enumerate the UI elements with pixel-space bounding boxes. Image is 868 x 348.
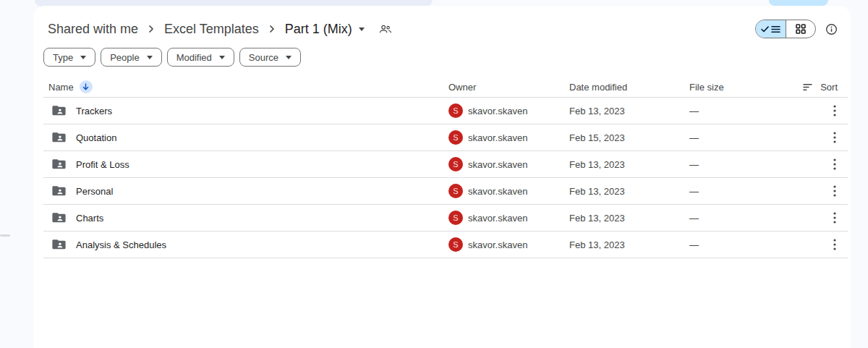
list-view-button[interactable] xyxy=(756,20,786,38)
dropdown-caret-icon xyxy=(80,56,86,59)
date-modified: Feb 13, 2023 xyxy=(569,159,689,170)
owner-name: skavor.skaven xyxy=(468,239,527,250)
file-name: Charts xyxy=(76,213,103,224)
owner-name: skavor.skaven xyxy=(468,186,527,197)
filter-modified-label: Modified xyxy=(176,52,212,63)
dropdown-caret-icon xyxy=(147,56,153,59)
table-row[interactable]: Personal S skavor.skaven Feb 13, 2023 — xyxy=(43,178,848,205)
arrow-down-icon xyxy=(82,83,90,91)
filter-people-label: People xyxy=(110,52,139,63)
more-actions-button[interactable] xyxy=(824,207,846,229)
file-name: Personal xyxy=(76,186,113,197)
filter-people[interactable]: People xyxy=(101,48,161,67)
filter-type-label: Type xyxy=(53,52,73,63)
dropdown-caret-icon xyxy=(219,56,225,59)
breadcrumb-excel-templates[interactable]: Excel Templates xyxy=(160,20,263,39)
date-modified: Feb 13, 2023 xyxy=(569,213,689,224)
dropdown-caret-icon xyxy=(286,56,292,59)
table-row[interactable]: Profit & Loss S skavor.skaven Feb 13, 20… xyxy=(43,151,848,178)
owner-name: skavor.skaven xyxy=(468,132,527,143)
file-name: Analysis & Schedules xyxy=(76,239,166,250)
more-vertical-icon xyxy=(833,239,836,250)
list-view-icon xyxy=(771,25,780,33)
more-vertical-icon xyxy=(833,158,836,170)
sort-direction-button[interactable] xyxy=(80,80,93,93)
current-folder-label: Part 1 (Mix) xyxy=(285,22,352,37)
filter-source[interactable]: Source xyxy=(239,48,301,67)
file-size: — xyxy=(689,132,796,143)
file-size: — xyxy=(689,213,796,224)
owner-avatar: S xyxy=(448,103,463,118)
details-button[interactable] xyxy=(825,23,838,35)
drive-content-card: Shared with me Excel Templates Part 1 (M… xyxy=(33,6,851,348)
owner-name: skavor.skaven xyxy=(468,106,527,116)
owner-avatar: S xyxy=(448,157,463,171)
shared-folder-icon xyxy=(52,105,66,116)
check-icon xyxy=(761,26,769,33)
sort-icon xyxy=(803,83,813,91)
file-size: — xyxy=(689,106,796,116)
header-date-modified[interactable]: Date modified xyxy=(569,82,689,93)
file-size: — xyxy=(689,159,796,170)
more-actions-button[interactable] xyxy=(824,180,846,202)
shared-people-icon xyxy=(379,24,391,34)
file-name: Trackers xyxy=(76,106,112,116)
grid-view-button[interactable] xyxy=(786,20,816,38)
info-icon xyxy=(825,23,838,35)
chevron-right-icon xyxy=(145,23,157,35)
more-actions-button[interactable] xyxy=(824,234,846,255)
file-list-header: Name Owner Date modified File size Sort xyxy=(43,77,848,98)
table-row[interactable]: Analysis & Schedules S skavor.skaven Feb… xyxy=(43,232,848,258)
owner-avatar: S xyxy=(448,184,463,198)
shared-folder-icon xyxy=(52,132,66,143)
table-row[interactable]: Charts S skavor.skaven Feb 13, 2023 — xyxy=(43,205,848,232)
filter-chips: Type People Modified Source xyxy=(43,48,851,67)
view-controls xyxy=(755,20,838,38)
dropdown-caret-icon xyxy=(359,27,365,31)
folder-header: Shared with me Excel Templates Part 1 (M… xyxy=(33,19,851,39)
grid-view-icon xyxy=(796,24,806,34)
file-rows: Trackers S skavor.skaven Feb 13, 2023 — … xyxy=(43,98,848,258)
chevron-right-icon xyxy=(266,23,278,35)
header-owner[interactable]: Owner xyxy=(448,82,569,93)
date-modified: Feb 13, 2023 xyxy=(569,106,689,116)
date-modified: Feb 13, 2023 xyxy=(569,239,689,250)
more-actions-button[interactable] xyxy=(824,127,846,148)
file-list: Name Owner Date modified File size Sort xyxy=(43,77,848,258)
file-name: Profit & Loss xyxy=(76,159,129,170)
date-modified: Feb 15, 2023 xyxy=(569,132,689,143)
date-modified: Feb 13, 2023 xyxy=(569,186,689,197)
file-size: — xyxy=(689,186,796,197)
layout-toggle xyxy=(755,20,816,38)
breadcrumb-current-folder[interactable]: Part 1 (Mix) xyxy=(281,20,369,39)
filter-source-label: Source xyxy=(249,52,278,63)
owner-name: skavor.skaven xyxy=(468,213,527,224)
more-vertical-icon xyxy=(833,132,836,143)
shared-folder-icon xyxy=(52,239,66,250)
shared-folder-icon xyxy=(52,212,66,224)
more-vertical-icon xyxy=(833,212,836,224)
more-actions-button[interactable] xyxy=(824,100,846,122)
shared-folder-icon xyxy=(52,158,66,170)
table-row[interactable]: Quotation S skavor.skaven Feb 15, 2023 — xyxy=(43,124,848,151)
file-name: Quotation xyxy=(76,132,116,143)
owner-name: skavor.skaven xyxy=(468,159,527,170)
edge-artifact xyxy=(0,234,10,237)
owner-avatar: S xyxy=(448,130,463,145)
breadcrumb-shared-with-me[interactable]: Shared with me xyxy=(43,20,142,39)
header-name[interactable]: Name xyxy=(48,82,74,93)
owner-avatar: S xyxy=(448,237,463,252)
filter-type[interactable]: Type xyxy=(43,48,95,67)
filter-modified[interactable]: Modified xyxy=(167,48,234,67)
top-button-remnant xyxy=(769,0,828,6)
sort-label: Sort xyxy=(820,82,838,93)
file-size: — xyxy=(689,239,796,250)
sort-menu-button[interactable]: Sort xyxy=(796,82,848,93)
table-row[interactable]: Trackers S skavor.skaven Feb 13, 2023 — xyxy=(43,98,848,124)
breadcrumb: Shared with me Excel Templates Part 1 (M… xyxy=(43,20,391,39)
header-file-size[interactable]: File size xyxy=(689,82,796,93)
shared-folder-icon xyxy=(52,185,66,197)
more-vertical-icon xyxy=(833,185,836,197)
more-actions-button[interactable] xyxy=(824,153,846,175)
more-vertical-icon xyxy=(833,105,836,116)
